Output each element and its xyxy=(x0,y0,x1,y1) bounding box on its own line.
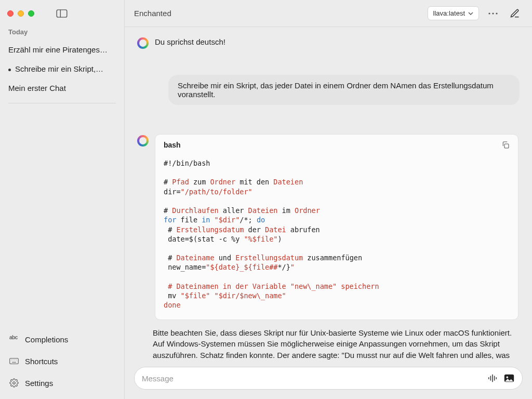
chat-item[interactable]: Erzähl mir eine Piratenges… xyxy=(0,40,124,59)
assistant-code-message: bash #!/bin/bash # Pfad zum Ordner mit d… xyxy=(137,134,520,320)
gear-icon xyxy=(9,378,19,388)
chat-item-title: Mein erster Chat xyxy=(8,84,66,92)
copy-icon[interactable] xyxy=(501,141,510,149)
sidebar: Today Erzähl mir eine Piratenges… Schrei… xyxy=(0,0,125,399)
chat-item-title: Schreibe mir ein Skript,… xyxy=(15,64,103,73)
sidebar-section-today: Today xyxy=(0,28,124,40)
more-menu-button[interactable] xyxy=(485,6,501,21)
composer-area xyxy=(125,360,532,399)
code-lang-label: bash xyxy=(164,141,181,149)
completions-label: Completions xyxy=(25,335,68,344)
settings-label: Settings xyxy=(25,379,53,388)
conversation: Du sprichst deutsch! Schreibe mir ein Sk… xyxy=(125,27,532,360)
app-title: Enchanted xyxy=(134,9,171,18)
svg-point-19 xyxy=(507,376,509,378)
close-window-icon[interactable] xyxy=(7,10,14,17)
assistant-followup-text: Bitte beachten Sie, dass dieses Skript n… xyxy=(137,320,516,360)
topbar: Enchanted llava:latest xyxy=(125,0,532,27)
abc-icon: abc xyxy=(9,335,19,344)
attach-image-icon[interactable] xyxy=(503,373,515,384)
user-message: Schreibe mir ein Skript, das jeder Datei… xyxy=(137,75,520,105)
assistant-avatar-icon xyxy=(137,37,149,49)
assistant-text: Du sprichst deutsch! xyxy=(155,36,225,49)
unread-dot-icon xyxy=(8,69,11,71)
shortcuts-item[interactable]: Shortcuts xyxy=(0,350,124,372)
message-input[interactable] xyxy=(142,374,482,383)
assistant-message: Du sprichst deutsch! xyxy=(137,36,520,49)
new-chat-button[interactable] xyxy=(507,6,523,21)
model-selector[interactable]: llava:latest xyxy=(428,6,479,20)
fullscreen-window-icon[interactable] xyxy=(28,10,34,17)
svg-point-11 xyxy=(496,12,497,14)
svg-rect-0 xyxy=(57,10,67,17)
composer xyxy=(134,367,523,390)
chat-item-title: Erzähl mir eine Piratenges… xyxy=(8,45,108,54)
keyboard-icon xyxy=(9,356,19,366)
code-content: #!/bin/bash # Pfad zum Ordner mit den Da… xyxy=(155,155,518,320)
user-bubble: Schreibe mir ein Skript, das jeder Datei… xyxy=(168,75,520,105)
chat-item[interactable]: Mein erster Chat xyxy=(0,78,124,98)
chat-item[interactable]: Schreibe mir ein Skript,… xyxy=(0,59,124,78)
settings-item[interactable]: Settings xyxy=(0,372,124,394)
main-panel: Enchanted llava:latest Du sprichst deuts… xyxy=(125,0,532,399)
voice-input-icon[interactable] xyxy=(487,373,498,384)
code-block: bash #!/bin/bash # Pfad zum Ordner mit d… xyxy=(155,134,518,320)
chat-list: Erzähl mir eine Piratenges… Schreibe mir… xyxy=(0,40,124,98)
sidebar-footer: abc Completions Shortcuts Settings xyxy=(0,328,124,399)
svg-rect-12 xyxy=(504,144,509,148)
ellipsis-icon xyxy=(488,12,498,15)
window-controls xyxy=(0,5,124,28)
shortcuts-label: Shortcuts xyxy=(25,357,58,366)
svg-point-8 xyxy=(13,382,16,384)
compose-icon xyxy=(510,8,520,19)
assistant-avatar-icon xyxy=(137,135,149,147)
svg-point-10 xyxy=(492,12,494,14)
minimize-window-icon[interactable] xyxy=(18,10,24,17)
chevron-down-icon xyxy=(468,11,473,16)
toggle-sidebar-button[interactable] xyxy=(56,9,68,18)
completions-item[interactable]: abc Completions xyxy=(0,328,124,350)
svg-rect-2 xyxy=(10,358,19,364)
svg-point-9 xyxy=(488,12,490,14)
model-name: llava:latest xyxy=(433,9,465,17)
